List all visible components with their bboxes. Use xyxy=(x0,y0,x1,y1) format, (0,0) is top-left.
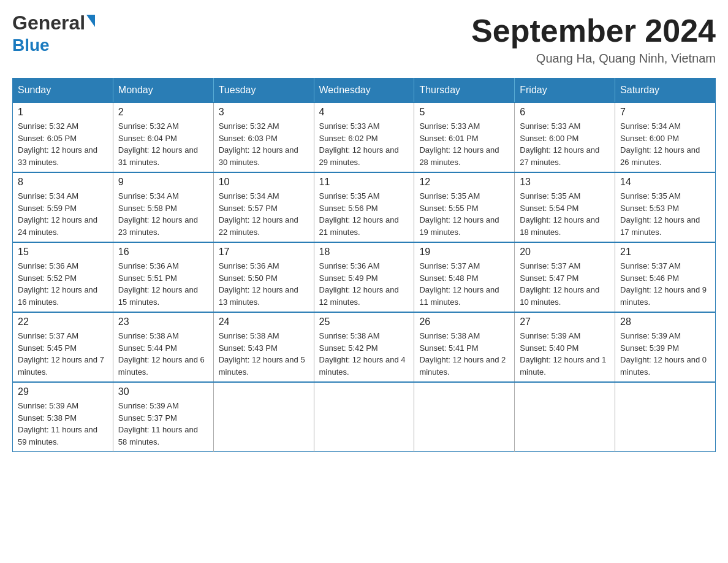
day-number: 22 xyxy=(18,316,108,327)
calendar-cell: 5 Sunrise: 5:33 AM Sunset: 6:01 PM Dayli… xyxy=(414,102,515,172)
logo-blue: Blue xyxy=(12,36,50,55)
day-number: 11 xyxy=(319,177,409,188)
day-info: Sunrise: 5:38 AM Sunset: 5:43 PM Dayligh… xyxy=(219,330,309,378)
calendar-cell: 28 Sunrise: 5:39 AM Sunset: 5:39 PM Dayl… xyxy=(615,312,716,382)
day-info: Sunrise: 5:33 AM Sunset: 6:01 PM Dayligh… xyxy=(419,120,509,168)
calendar-cell: 30 Sunrise: 5:39 AM Sunset: 5:37 PM Dayl… xyxy=(113,382,213,452)
day-info: Sunrise: 5:32 AM Sunset: 6:04 PM Dayligh… xyxy=(118,120,208,168)
day-number: 2 xyxy=(118,107,208,118)
day-info: Sunrise: 5:37 AM Sunset: 5:48 PM Dayligh… xyxy=(419,260,509,308)
day-info: Sunrise: 5:34 AM Sunset: 5:58 PM Dayligh… xyxy=(118,190,208,238)
day-info: Sunrise: 5:32 AM Sunset: 6:03 PM Dayligh… xyxy=(219,120,309,168)
calendar-cell xyxy=(314,382,414,452)
day-info: Sunrise: 5:37 AM Sunset: 5:47 PM Dayligh… xyxy=(520,260,610,308)
day-number: 30 xyxy=(118,386,208,397)
day-number: 1 xyxy=(18,107,108,118)
day-number: 9 xyxy=(118,177,208,188)
col-tuesday: Tuesday xyxy=(213,79,314,103)
col-saturday: Saturday xyxy=(615,79,716,103)
col-sunday: Sunday xyxy=(13,79,113,103)
calendar-cell: 9 Sunrise: 5:34 AM Sunset: 5:58 PM Dayli… xyxy=(113,172,213,242)
calendar-cell: 1 Sunrise: 5:32 AM Sunset: 6:05 PM Dayli… xyxy=(13,102,113,172)
calendar-cell: 27 Sunrise: 5:39 AM Sunset: 5:40 PM Dayl… xyxy=(515,312,615,382)
day-number: 20 xyxy=(520,247,610,258)
day-number: 27 xyxy=(520,316,610,327)
calendar-cell: 26 Sunrise: 5:38 AM Sunset: 5:41 PM Dayl… xyxy=(414,312,515,382)
day-number: 4 xyxy=(319,107,409,118)
day-info: Sunrise: 5:36 AM Sunset: 5:49 PM Dayligh… xyxy=(319,260,409,308)
day-info: Sunrise: 5:36 AM Sunset: 5:50 PM Dayligh… xyxy=(219,260,309,308)
day-info: Sunrise: 5:33 AM Sunset: 6:02 PM Dayligh… xyxy=(319,120,409,168)
calendar-cell xyxy=(615,382,716,452)
calendar-cell xyxy=(213,382,314,452)
day-info: Sunrise: 5:33 AM Sunset: 6:00 PM Dayligh… xyxy=(520,120,610,168)
day-info: Sunrise: 5:38 AM Sunset: 5:41 PM Dayligh… xyxy=(419,330,509,378)
col-wednesday: Wednesday xyxy=(314,79,414,103)
day-info: Sunrise: 5:39 AM Sunset: 5:39 PM Dayligh… xyxy=(620,330,710,378)
calendar-cell: 13 Sunrise: 5:35 AM Sunset: 5:54 PM Dayl… xyxy=(515,172,615,242)
day-number: 21 xyxy=(620,247,710,258)
day-number: 5 xyxy=(419,107,509,118)
logo-general: General xyxy=(12,12,85,34)
day-number: 18 xyxy=(319,247,409,258)
calendar-cell: 25 Sunrise: 5:38 AM Sunset: 5:42 PM Dayl… xyxy=(314,312,414,382)
calendar-cell: 15 Sunrise: 5:36 AM Sunset: 5:52 PM Dayl… xyxy=(13,242,113,312)
calendar-cell: 24 Sunrise: 5:38 AM Sunset: 5:43 PM Dayl… xyxy=(213,312,314,382)
col-friday: Friday xyxy=(515,79,615,103)
day-number: 17 xyxy=(219,247,309,258)
day-number: 23 xyxy=(118,316,208,327)
day-info: Sunrise: 5:36 AM Sunset: 5:51 PM Dayligh… xyxy=(118,260,208,308)
day-info: Sunrise: 5:34 AM Sunset: 6:00 PM Dayligh… xyxy=(620,120,710,168)
day-info: Sunrise: 5:32 AM Sunset: 6:05 PM Dayligh… xyxy=(18,120,108,168)
day-number: 7 xyxy=(620,107,710,118)
day-info: Sunrise: 5:36 AM Sunset: 5:52 PM Dayligh… xyxy=(18,260,108,308)
day-number: 16 xyxy=(118,247,208,258)
day-number: 12 xyxy=(419,177,509,188)
col-monday: Monday xyxy=(113,79,213,103)
calendar-cell: 29 Sunrise: 5:39 AM Sunset: 5:38 PM Dayl… xyxy=(13,382,113,452)
calendar-cell: 20 Sunrise: 5:37 AM Sunset: 5:47 PM Dayl… xyxy=(515,242,615,312)
calendar-cell xyxy=(414,382,515,452)
day-number: 25 xyxy=(319,316,409,327)
day-number: 3 xyxy=(219,107,309,118)
calendar-cell: 12 Sunrise: 5:35 AM Sunset: 5:55 PM Dayl… xyxy=(414,172,515,242)
day-info: Sunrise: 5:35 AM Sunset: 5:54 PM Dayligh… xyxy=(520,190,610,238)
calendar-week-row: 22 Sunrise: 5:37 AM Sunset: 5:45 PM Dayl… xyxy=(13,312,716,382)
calendar-cell: 10 Sunrise: 5:34 AM Sunset: 5:57 PM Dayl… xyxy=(213,172,314,242)
day-number: 29 xyxy=(18,386,108,397)
page-header: General Blue September 2024 Quang Ha, Qu… xyxy=(12,12,716,66)
calendar-cell: 3 Sunrise: 5:32 AM Sunset: 6:03 PM Dayli… xyxy=(213,102,314,172)
calendar-cell xyxy=(515,382,615,452)
calendar-week-row: 1 Sunrise: 5:32 AM Sunset: 6:05 PM Dayli… xyxy=(13,102,716,172)
calendar-week-row: 8 Sunrise: 5:34 AM Sunset: 5:59 PM Dayli… xyxy=(13,172,716,242)
day-info: Sunrise: 5:38 AM Sunset: 5:44 PM Dayligh… xyxy=(118,330,208,378)
day-info: Sunrise: 5:35 AM Sunset: 5:56 PM Dayligh… xyxy=(319,190,409,238)
day-number: 19 xyxy=(419,247,509,258)
day-number: 15 xyxy=(18,247,108,258)
day-info: Sunrise: 5:35 AM Sunset: 5:53 PM Dayligh… xyxy=(620,190,710,238)
day-number: 8 xyxy=(18,177,108,188)
logo: General Blue xyxy=(12,12,95,55)
calendar-cell: 19 Sunrise: 5:37 AM Sunset: 5:48 PM Dayl… xyxy=(414,242,515,312)
calendar-cell: 6 Sunrise: 5:33 AM Sunset: 6:00 PM Dayli… xyxy=(515,102,615,172)
day-number: 28 xyxy=(620,316,710,327)
calendar-cell: 16 Sunrise: 5:36 AM Sunset: 5:51 PM Dayl… xyxy=(113,242,213,312)
day-info: Sunrise: 5:34 AM Sunset: 5:59 PM Dayligh… xyxy=(18,190,108,238)
calendar-week-row: 29 Sunrise: 5:39 AM Sunset: 5:38 PM Dayl… xyxy=(13,382,716,452)
calendar-cell: 23 Sunrise: 5:38 AM Sunset: 5:44 PM Dayl… xyxy=(113,312,213,382)
calendar-cell: 14 Sunrise: 5:35 AM Sunset: 5:53 PM Dayl… xyxy=(615,172,716,242)
day-info: Sunrise: 5:37 AM Sunset: 5:46 PM Dayligh… xyxy=(620,260,710,308)
calendar-cell: 22 Sunrise: 5:37 AM Sunset: 5:45 PM Dayl… xyxy=(13,312,113,382)
subtitle: Quang Ha, Quang Ninh, Vietnam xyxy=(471,52,716,66)
day-info: Sunrise: 5:39 AM Sunset: 5:40 PM Dayligh… xyxy=(520,330,610,378)
day-number: 10 xyxy=(219,177,309,188)
col-thursday: Thursday xyxy=(414,79,515,103)
calendar-cell: 8 Sunrise: 5:34 AM Sunset: 5:59 PM Dayli… xyxy=(13,172,113,242)
calendar-cell: 17 Sunrise: 5:36 AM Sunset: 5:50 PM Dayl… xyxy=(213,242,314,312)
day-number: 24 xyxy=(219,316,309,327)
day-info: Sunrise: 5:39 AM Sunset: 5:37 PM Dayligh… xyxy=(118,400,208,448)
calendar-cell: 2 Sunrise: 5:32 AM Sunset: 6:04 PM Dayli… xyxy=(113,102,213,172)
day-number: 14 xyxy=(620,177,710,188)
day-info: Sunrise: 5:38 AM Sunset: 5:42 PM Dayligh… xyxy=(319,330,409,378)
calendar-cell: 4 Sunrise: 5:33 AM Sunset: 6:02 PM Dayli… xyxy=(314,102,414,172)
